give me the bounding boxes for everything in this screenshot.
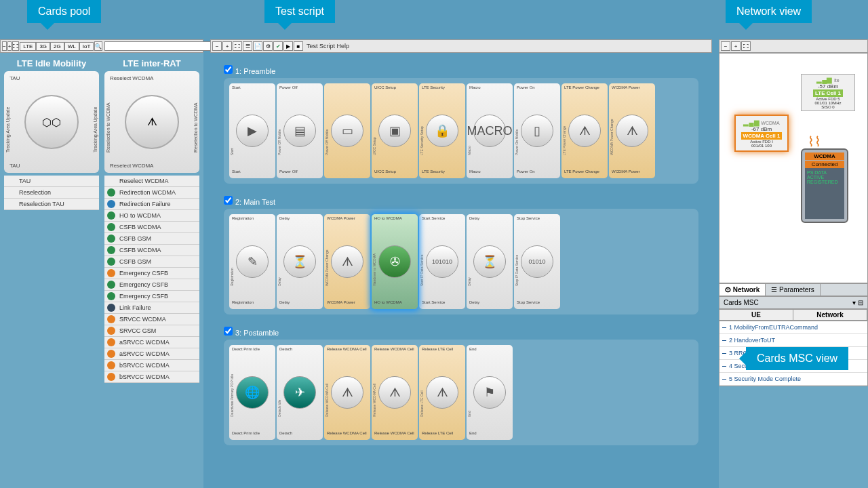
step-group-title: 2: Main Test xyxy=(224,196,698,206)
fit-icon[interactable]: ⛶ xyxy=(233,41,242,51)
card-list-item[interactable]: SRVCC GSM xyxy=(104,325,199,337)
gear-icon[interactable]: ⚙ xyxy=(263,41,273,51)
step-card[interactable]: Power Off Power Off Mobile ▤ Power Off xyxy=(277,83,323,178)
step-card[interactable]: UICC Setup UICC Setup ▣ UICC Setup xyxy=(372,83,418,178)
msc-menu-icon[interactable]: ▾ ⊟ xyxy=(852,299,863,306)
step-card-icon: MACRO xyxy=(473,115,506,147)
step-card[interactable]: HO to WCDMA Handover to WCDMA ✇ HO to WC… xyxy=(372,214,418,309)
step-card-side: Release WCDMA Cell xyxy=(372,356,376,417)
step-card[interactable]: Release WCDMA Cell Release WCDMA Cell ᗑ … xyxy=(372,345,418,440)
step-card-top: UICC Setup xyxy=(373,85,416,93)
step-card[interactable]: Macro Macro MACRO Macro xyxy=(467,83,513,178)
filter-wl[interactable]: WL xyxy=(64,42,79,51)
step-card[interactable]: Start Start ▶ Start xyxy=(229,83,275,178)
step-card[interactable]: WCDMA Power WCDMA Power Change ᗑ WCDMA P… xyxy=(324,214,370,309)
zoom-in-icon[interactable]: + xyxy=(7,41,12,51)
zoom-in-icon[interactable]: + xyxy=(222,41,232,51)
card-list-item[interactable]: HO to WCDMA xyxy=(104,210,199,222)
filter-iot[interactable]: IoT xyxy=(79,42,94,51)
check-icon[interactable]: ✔ xyxy=(273,41,283,51)
run-icon[interactable]: ▶ xyxy=(283,41,293,51)
filter-2g[interactable]: 2G xyxy=(50,42,64,51)
card-list-item[interactable]: SRVCC WCDMA xyxy=(104,314,199,325)
step-card[interactable]: Power Off Mobile ▭ xyxy=(324,83,370,178)
msc-columns: UE Network xyxy=(719,309,868,321)
tab-parameters[interactable]: ☰ Parameters xyxy=(766,284,820,296)
cards-search-input[interactable] xyxy=(104,41,220,51)
card-list-item[interactable]: CSFB WCDMA xyxy=(104,245,199,256)
msc-item[interactable]: 1 MobilityFromEUTRACommand xyxy=(719,321,867,334)
ue-phone[interactable]: WCDMA Connected PS DATA ACTIVE REGISTERE… xyxy=(801,148,848,223)
step-card-icon: ▤ xyxy=(283,115,316,147)
msc-item[interactable]: 5 Security Mode Complete xyxy=(719,373,867,386)
step-card-icon: ᗑ xyxy=(616,115,648,147)
step-group-checkbox[interactable] xyxy=(224,327,233,336)
card-list-item[interactable]: Redirection WCDMA xyxy=(104,187,199,199)
step-card-bot: Release WCDMA Cell xyxy=(373,430,416,439)
step-card-top: Macro xyxy=(468,85,511,93)
card-list-item[interactable]: aSRVCC WCDMA xyxy=(104,337,199,348)
step-card[interactable]: Deact Prim Idle Deactivate Primary PDP I… xyxy=(229,345,275,440)
step-card[interactable]: Delay Delay ⏳ Delay xyxy=(277,214,323,309)
step-card-icon: ▭ xyxy=(331,115,363,147)
step-card-side: Release LTE Cell xyxy=(420,356,424,417)
card-list-item[interactable]: Link Failure xyxy=(104,302,199,314)
card-list-item[interactable]: Emergency CSFB xyxy=(104,291,199,302)
zoom-out-icon[interactable]: − xyxy=(721,41,730,51)
card-list-item[interactable]: Emergency CSFB xyxy=(104,279,199,291)
step-card-bot: WCDMA Power xyxy=(326,300,369,308)
msc-item[interactable]: 2 HandoverToUT xyxy=(719,334,867,347)
card-list-item[interactable]: aSRVCC WCDMA xyxy=(104,348,199,360)
cards-pool-panel: − + ⛶ LTE3G2GWLIoT 🔍 LTE Idle MobilityTA… xyxy=(0,39,203,488)
step-card[interactable]: WCDMA Power WCDMA Power Change ᗑ WCDMA P… xyxy=(609,83,655,178)
card-list-item[interactable]: TAU xyxy=(4,176,99,187)
zoom-out-icon[interactable]: − xyxy=(2,41,7,51)
step-group-checkbox[interactable] xyxy=(224,196,233,205)
step-card-icon: ⏳ xyxy=(473,245,506,278)
category-main-card[interactable]: TAU Tracking Area Update Tracking Area U… xyxy=(4,71,99,173)
step-card[interactable]: Detach Detach Idle ✈ Detach xyxy=(277,345,323,440)
step-card[interactable]: End End ⚑ End xyxy=(467,345,513,440)
card-list-item[interactable]: bSRVCC WCDMA xyxy=(104,360,199,371)
step-card[interactable]: Stop Service Stop IP Data Service 01010 … xyxy=(514,214,560,309)
card-list-item[interactable]: CSFB GSM xyxy=(104,233,199,245)
card-list-item[interactable]: Redirection Failure xyxy=(104,199,199,210)
step-card[interactable]: Release WCDMA Cell Release WCDMA Cell ᗑ … xyxy=(324,345,370,440)
doc-icon[interactable]: 📄 xyxy=(253,41,262,51)
search-icon[interactable]: 🔍 xyxy=(94,41,102,51)
step-card[interactable]: Registration Registration ✎ Registration xyxy=(229,214,275,309)
step-card-top: Release WCDMA Cell xyxy=(326,346,369,354)
phone-status: Connected xyxy=(805,161,844,168)
step-card[interactable]: Start Service Start IP Data Service 1010… xyxy=(419,214,465,309)
step-card[interactable]: Release LTE Cell Release LTE Cell ᗑ Rele… xyxy=(419,345,465,440)
zoom-out-icon[interactable]: − xyxy=(212,41,222,51)
card-list-item[interactable]: Reselection xyxy=(4,187,99,199)
card-list-item[interactable]: CSFB WCDMA xyxy=(104,222,199,233)
step-card-icon: ᗑ xyxy=(331,245,363,278)
step-card[interactable]: LTE Power Change LTE Power Change ᗑ LTE … xyxy=(561,83,608,178)
card-list-item[interactable]: Emergency CSFB xyxy=(104,268,199,279)
category-main-card[interactable]: Reselect WCDMA Reselection to WCDMA Rese… xyxy=(104,71,199,173)
lte-power: -57 dBm xyxy=(818,83,838,89)
list-icon[interactable]: ☰ xyxy=(243,41,252,51)
tab-network[interactable]: ⵙ Network xyxy=(719,284,766,296)
step-card[interactable]: Delay Delay ⏳ Delay xyxy=(467,214,513,309)
zoom-in-icon[interactable]: + xyxy=(731,41,741,51)
card-list-item[interactable]: Reselection TAU xyxy=(4,199,99,210)
step-group-checkbox[interactable] xyxy=(224,65,233,74)
card-list-item[interactable]: bSRVCC WCDMA xyxy=(104,371,199,383)
cell-lte[interactable]: ▂▄▆ lte -57 dBm LTE Cell 1 Active FDD 5 … xyxy=(801,74,855,111)
step-card-bot: LTE Power Change xyxy=(563,169,606,177)
step-card[interactable]: LTE Security LTE Security Setup 🔒 LTE Se… xyxy=(419,83,465,178)
fit-icon[interactable]: ⛶ xyxy=(12,41,19,51)
filter-lte[interactable]: LTE xyxy=(20,42,36,51)
filter-3g[interactable]: 3G xyxy=(36,42,50,51)
network-canvas[interactable]: ▂▄▆ lte -57 dBm LTE Cell 1 Active FDD 5 … xyxy=(719,53,868,283)
stop-icon[interactable]: ■ xyxy=(294,41,303,51)
cell-wcdma[interactable]: ▂▄▆ WCDMA -67 dBm WCDMA Cell 1 Active FD… xyxy=(734,115,789,152)
card-list-item[interactable]: CSFB GSM xyxy=(104,256,199,268)
card-list-item[interactable]: Reselect WCDMA xyxy=(104,176,199,187)
step-card-icon: ▯ xyxy=(521,115,553,147)
step-card[interactable]: Power On Power On Mobile ▯ Power On xyxy=(514,83,560,178)
fit-icon[interactable]: ⛶ xyxy=(741,41,751,51)
